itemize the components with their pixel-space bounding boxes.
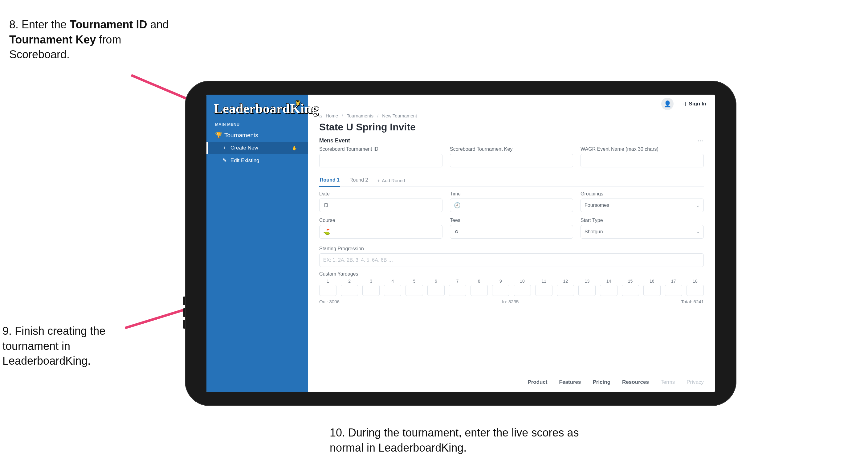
hole-number: 11: [535, 279, 553, 285]
hole-number: 1: [319, 279, 337, 285]
plus-icon: +: [377, 178, 380, 183]
date-input[interactable]: 🗓: [319, 199, 442, 212]
home-icon[interactable]: ⌂: [319, 113, 322, 118]
wagr-input[interactable]: [581, 154, 704, 167]
hole-yardage-input[interactable]: [686, 285, 704, 296]
user-icon: 👤: [664, 100, 672, 108]
footer-resources[interactable]: Resources: [622, 379, 649, 385]
hole-yardage-input[interactable]: [557, 285, 574, 296]
hole-yardage-input[interactable]: [535, 285, 553, 296]
tab-round-1[interactable]: Round 1: [319, 174, 340, 187]
footer-features[interactable]: Features: [559, 379, 581, 385]
field-course: Course ⛳: [319, 217, 442, 239]
hole-yardage-input[interactable]: [492, 285, 509, 296]
content: ⌂ Home / Tournaments / New Tournament St…: [308, 113, 715, 372]
step8-bold2: Tournament Key: [9, 33, 96, 46]
add-round-button[interactable]: + Add Round: [377, 178, 405, 183]
total-label: Total:: [681, 299, 692, 304]
sidebar-sub-create-new[interactable]: + Create New ✋: [207, 142, 308, 154]
out-summary: Out: 3006: [319, 299, 340, 304]
hole-col: 14: [600, 279, 617, 296]
footer-product[interactable]: Product: [528, 379, 547, 385]
hole-col: 1: [319, 279, 337, 296]
starting-progression-input[interactable]: EX: 1, 2A, 2B, 3, 4, 5, 6A, 6B …: [319, 253, 704, 267]
hole-yardage-input[interactable]: [600, 285, 617, 296]
hole-yardage-input[interactable]: [578, 285, 596, 296]
breadcrumb-home[interactable]: Home: [326, 113, 338, 118]
hole-number: 7: [449, 279, 466, 285]
hole-yardage-input[interactable]: [449, 285, 466, 296]
hole-col: 5: [405, 279, 423, 296]
hole-yardage-input[interactable]: [665, 285, 682, 296]
hole-number: 4: [384, 279, 401, 285]
round-tabs: Round 1 Round 2 + Add Round: [319, 174, 704, 187]
hole-col: 3: [362, 279, 380, 296]
footer-privacy[interactable]: Privacy: [686, 379, 704, 385]
breadcrumb-sep: /: [342, 113, 343, 118]
step8-mid: and: [147, 18, 168, 31]
step9-text: 9. Finish creating the tournament in Lea…: [2, 325, 105, 367]
hole-yardage-input[interactable]: [362, 285, 380, 296]
instruction-step-10: 10. During the tournament, enter the liv…: [330, 426, 607, 455]
hole-yardage-input[interactable]: [319, 285, 337, 296]
in-value: 3235: [508, 299, 519, 304]
groupings-select[interactable]: Foursomes ⌄: [581, 199, 704, 212]
hole-col: 7: [449, 279, 466, 296]
field-label: Custom Yardages: [319, 271, 704, 279]
plus-icon: +: [222, 145, 227, 151]
breadcrumb-tournaments[interactable]: Tournaments: [347, 113, 373, 118]
field-label: Scoreboard Tournament ID: [319, 146, 442, 154]
hole-number: 5: [405, 279, 423, 285]
field-groupings: Groupings Foursomes ⌄: [581, 191, 704, 212]
instruction-step-9: 9. Finish creating the tournament in Lea…: [2, 324, 129, 369]
scoreboard-key-input[interactable]: [450, 154, 573, 167]
sidebar: LeaderboardKing ♛ MAIN MENU 🏆 Tournament…: [207, 95, 308, 392]
hole-col: 15: [622, 279, 639, 296]
avatar[interactable]: 👤: [661, 98, 674, 110]
page-title: State U Spring Invite: [319, 120, 704, 137]
footer-pricing[interactable]: Pricing: [592, 379, 611, 385]
in-summary: In: 3235: [502, 299, 519, 304]
field-label: Tees: [450, 217, 573, 225]
hole-yardage-input[interactable]: [514, 285, 531, 296]
field-label: Scoreboard Tournament Key: [450, 146, 573, 154]
hole-number: 3: [362, 279, 380, 285]
sidebar-sub-edit-existing[interactable]: ✎ Edit Existing: [207, 154, 308, 167]
flag-icon: ⛳: [323, 228, 330, 235]
sign-in-link[interactable]: →] Sign In: [680, 101, 706, 107]
time-input[interactable]: 🕘: [450, 199, 573, 212]
hole-col: 18: [686, 279, 704, 296]
add-round-label: Add Round: [382, 178, 405, 183]
step8-prefix: 8. Enter the: [9, 18, 70, 31]
breadcrumb: ⌂ Home / Tournaments / New Tournament: [319, 113, 704, 120]
instruction-step-8: 8. Enter the Tournament ID and Tournamen…: [9, 17, 169, 62]
scoreboard-id-input[interactable]: [319, 154, 442, 167]
tab-round-2[interactable]: Round 2: [349, 174, 369, 187]
field-date: Date 🗓: [319, 191, 442, 212]
out-label: Out:: [319, 299, 328, 304]
hole-yardage-input[interactable]: [341, 285, 358, 296]
chevron-down-icon: ⌄: [696, 203, 700, 208]
section-menu-ellipsis-icon[interactable]: ⋯: [698, 137, 704, 144]
hole-yardage-input[interactable]: [384, 285, 401, 296]
tees-input[interactable]: ⭘: [450, 225, 573, 239]
field-label: Starting Progression: [319, 246, 704, 253]
hole-yardage-input[interactable]: [427, 285, 445, 296]
hole-yardage-input[interactable]: [470, 285, 488, 296]
field-label: WAGR Event Name (max 30 chars): [581, 146, 704, 154]
tablet-side-buttons: [183, 296, 185, 332]
sidebar-item-tournaments[interactable]: 🏆 Tournaments: [207, 128, 308, 142]
calendar-icon: 🗓: [323, 202, 330, 209]
hole-yardage-input[interactable]: [643, 285, 661, 296]
hole-col: 4: [384, 279, 401, 296]
footer-terms[interactable]: Terms: [661, 379, 675, 385]
course-input[interactable]: ⛳: [319, 225, 442, 239]
start-type-select[interactable]: Shotgun ⌄: [581, 225, 704, 239]
hole-number: 8: [470, 279, 488, 285]
total-value: 6241: [693, 299, 704, 304]
hole-yardage-input[interactable]: [622, 285, 639, 296]
field-label: Time: [450, 191, 573, 199]
hole-number: 2: [341, 279, 358, 285]
section-title: Mens Event: [319, 138, 350, 144]
hole-yardage-input[interactable]: [405, 285, 423, 296]
